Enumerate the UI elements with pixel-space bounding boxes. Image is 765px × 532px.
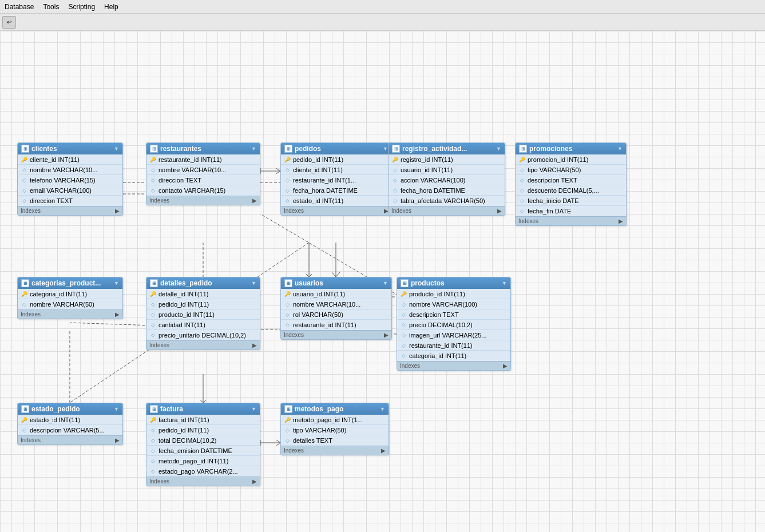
header-dropdown-icon[interactable]: ▼	[114, 146, 119, 152]
primary-key-icon: 🔑	[149, 156, 156, 163]
field-row: ◇restaurante_id INT(11)	[281, 320, 391, 330]
field-row: ◇descripcion VARCHAR(5...	[18, 425, 122, 435]
indexes-row[interactable]: Indexes▶	[146, 196, 260, 205]
header-dropdown-icon[interactable]: ▼	[496, 146, 501, 152]
foreign-key-icon: ◇	[391, 177, 398, 184]
field-name: metodo_pago_id INT(1...	[293, 416, 363, 423]
indexes-row[interactable]: Indexes▶	[281, 446, 389, 455]
field-name: detalle_id INT(11)	[158, 291, 208, 297]
indexes-row[interactable]: Indexes▶	[389, 206, 505, 215]
header-dropdown-icon[interactable]: ▼	[251, 146, 256, 152]
indexes-row[interactable]: Indexes▶	[281, 330, 391, 339]
field-row: 🔑categoria_id INT(11)	[18, 289, 122, 299]
field-row: ◇producto_id INT(11)	[146, 309, 260, 320]
field-row: ◇precio DECIMAL(10,2)	[397, 320, 510, 330]
field-row: ◇descripcion TEXT	[516, 175, 626, 185]
foreign-key-icon: ◇	[391, 187, 398, 194]
header-dropdown-icon[interactable]: ▼	[251, 406, 256, 412]
indexes-arrow-icon: ▶	[252, 478, 257, 485]
header-dropdown-icon[interactable]: ▼	[251, 280, 256, 286]
field-name: nombre VARCHAR(100)	[409, 301, 477, 308]
indexes-row[interactable]: Indexes▶	[281, 206, 391, 215]
indexes-row[interactable]: Indexes▶	[146, 340, 260, 350]
svg-line-22	[276, 440, 280, 443]
table-metodos_pago[interactable]: ⊞metodos_pago▼🔑metodo_pago_id INT(1...◇t…	[280, 403, 389, 455]
table-factura[interactable]: ⊞factura▼🔑factura_id INT(11)◇pedido_id I…	[146, 403, 260, 486]
header-dropdown-icon[interactable]: ▼	[383, 280, 388, 286]
svg-line-12	[336, 272, 340, 277]
field-row: ◇fecha_hora DATETIME	[281, 185, 391, 196]
indexes-row[interactable]: Indexes▶	[18, 435, 122, 444]
table-icon: ⊞	[284, 405, 292, 413]
field-name: producto_id INT(11)	[158, 311, 215, 318]
field-row: 🔑usuario_id INT(11)	[281, 289, 391, 299]
table-productos[interactable]: ⊞productos▼🔑producto_id INT(11)◇nombre V…	[397, 277, 511, 371]
foreign-key-icon: ◇	[518, 166, 525, 173]
field-name: tipo VARCHAR(50)	[528, 166, 581, 173]
table-usuarios[interactable]: ⊞usuarios▼🔑usuario_id INT(11)◇nombre VAR…	[280, 277, 392, 340]
header-dropdown-icon[interactable]: ▼	[502, 280, 507, 286]
table-detalles_pedido[interactable]: ⊞detalles_pedido▼🔑detalle_id INT(11)◇ped…	[146, 277, 260, 350]
field-name: estado_id INT(11)	[293, 197, 343, 204]
field-name: fecha_emision DATETIME	[158, 447, 232, 454]
indexes-row[interactable]: Indexes▶	[516, 216, 626, 225]
header-dropdown-icon[interactable]: ▼	[383, 146, 388, 152]
table-restaurantes[interactable]: ⊞restaurantes▼🔑restaurante_id INT(11)◇no…	[146, 142, 260, 205]
table-header-pedidos[interactable]: ⊞pedidos▼	[281, 143, 391, 154]
table-fields: 🔑registro_id INT(11)◇usuario_id INT(11)◇…	[389, 154, 505, 206]
table-header-metodos_pago[interactable]: ⊞metodos_pago▼	[281, 403, 389, 415]
field-name: tabla_afectada VARCHAR(50)	[401, 197, 485, 204]
table-promociones[interactable]: ⊞promociones▼🔑promocion_id INT(11)◇tipo …	[515, 142, 627, 226]
table-header-registro_actividad[interactable]: ⊞registro_actividad...▼	[389, 143, 505, 154]
table-fields: 🔑pedido_id INT(11)◇cliente_id INT(11)◇re…	[281, 154, 391, 206]
field-row: 🔑producto_id INT(11)	[397, 289, 510, 299]
field-name: nombre VARCHAR(10...	[158, 166, 226, 173]
table-icon: ⊞	[21, 279, 29, 287]
field-name: fecha_hora DATETIME	[401, 187, 465, 194]
foreign-key-icon: ◇	[284, 301, 291, 308]
menu-database[interactable]: Database	[5, 3, 34, 11]
field-row: 🔑metodo_pago_id INT(1...	[281, 415, 389, 425]
table-header-clientes[interactable]: ⊞clientes▼	[18, 143, 122, 154]
table-categorias_product[interactable]: ⊞categorias_product...▼🔑categoria_id INT…	[17, 277, 123, 319]
table-header-usuarios[interactable]: ⊞usuarios▼	[281, 277, 391, 289]
table-registro_actividad[interactable]: ⊞registro_actividad...▼🔑registro_id INT(…	[388, 142, 505, 216]
table-clientes[interactable]: ⊞clientes▼🔑cliente_id INT(11)◇nombre VAR…	[17, 142, 123, 216]
table-icon: ⊞	[150, 279, 158, 287]
table-header-productos[interactable]: ⊞productos▼	[397, 277, 510, 289]
header-dropdown-icon[interactable]: ▼	[114, 280, 119, 286]
table-fields: 🔑promocion_id INT(11)◇tipo VARCHAR(50)◇d…	[516, 154, 626, 216]
table-header-restaurantes[interactable]: ⊞restaurantes▼	[146, 143, 260, 154]
header-dropdown-icon[interactable]: ▼	[617, 146, 623, 152]
table-header-factura[interactable]: ⊞factura▼	[146, 403, 260, 415]
table-header-detalles_pedido[interactable]: ⊞detalles_pedido▼	[146, 277, 260, 289]
header-dropdown-icon[interactable]: ▼	[114, 406, 119, 412]
table-header-estado_pedido[interactable]: ⊞estado_pedido▼	[18, 403, 122, 415]
indexes-arrow-icon: ▶	[381, 447, 386, 454]
menu-help[interactable]: Help	[104, 3, 118, 11]
table-header-promociones[interactable]: ⊞promociones▼	[516, 143, 626, 154]
field-row: ◇estado_pago VARCHAR(2...	[146, 466, 260, 477]
field-row: ◇descripcion TEXT	[397, 309, 510, 320]
toolbar-button-1[interactable]: ↩	[2, 16, 16, 29]
table-estado_pedido[interactable]: ⊞estado_pedido▼🔑estado_id INT(11)◇descri…	[17, 403, 123, 445]
indexes-row[interactable]: Indexes▶	[146, 477, 260, 486]
indexes-row[interactable]: Indexes▶	[18, 206, 122, 215]
table-header-categorias_product[interactable]: ⊞categorias_product...▼	[18, 277, 122, 289]
foreign-key-icon: ◇	[149, 177, 156, 184]
indexes-label: Indexes	[284, 208, 304, 214]
menu-bar: Database Tools Scripting Help	[0, 0, 765, 14]
field-name: descripcion VARCHAR(5...	[30, 427, 105, 434]
field-name: categoria_id INT(11)	[30, 291, 87, 297]
indexes-row[interactable]: Indexes▶	[397, 361, 510, 370]
header-dropdown-icon[interactable]: ▼	[380, 406, 385, 412]
indexes-row[interactable]: Indexes▶	[18, 309, 122, 319]
field-name: cliente_id INT(11)	[30, 156, 80, 163]
foreign-key-icon: ◇	[21, 177, 27, 184]
menu-tools[interactable]: Tools	[43, 3, 59, 11]
table-pedidos[interactable]: ⊞pedidos▼🔑pedido_id INT(11)◇cliente_id I…	[280, 142, 392, 216]
svg-line-3	[276, 168, 280, 171]
foreign-key-icon: ◇	[284, 177, 291, 184]
field-row: ◇nombre VARCHAR(100)	[397, 299, 510, 309]
menu-scripting[interactable]: Scripting	[68, 3, 95, 11]
